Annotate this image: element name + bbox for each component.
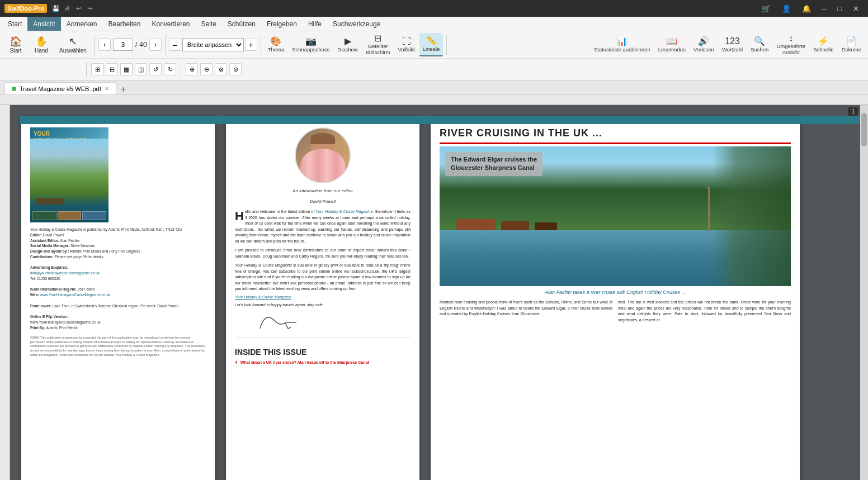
menu-freigeben[interactable]: Freigeben [261, 17, 303, 31]
snapshot-button[interactable]: 📷 Schnappschuss [289, 33, 333, 56]
cart-icon[interactable]: 🛒 [757, 4, 775, 13]
contrib-line: Contributors: Please see page 39 for det… [30, 254, 206, 260]
print-icon[interactable]: 🖨 [63, 4, 72, 13]
close-button[interactable]: ✕ [848, 4, 864, 13]
right-bank [713, 146, 791, 286]
add-tab-button[interactable]: + [119, 84, 128, 94]
start-button[interactable]: 🏠 Start [3, 32, 28, 57]
start-icon: 🏠 [10, 36, 22, 46]
menu-bearbeiten[interactable]: Bearbeiten [102, 17, 146, 31]
page-layout-4-button[interactable]: ◫ [135, 63, 147, 75]
ruler-button[interactable]: 📏 Lineale [419, 33, 444, 56]
user-icon[interactable]: 👤 [777, 4, 795, 13]
horizontal-ruler [0, 95, 868, 105]
signature-area [235, 312, 411, 334]
magazine-link-2[interactable]: Your Holiday & Cruise Magazine [235, 295, 291, 299]
inside-section: INSIDE THIS ISSUE 4 What about a UK rive… [235, 338, 411, 365]
hand-button[interactable]: ✋ Hand [29, 32, 54, 57]
credits-block: Your Holiday & Cruise Magazine is publis… [30, 227, 206, 357]
magazine-link-1[interactable]: Your Holiday & Cruise Magazine [316, 210, 373, 213]
page-layout-3-button[interactable]: ▦ [120, 63, 133, 75]
redo-icon[interactable]: ↪ [85, 4, 94, 13]
article-title: RIVER CRUISING IN THE UK ... [440, 127, 791, 144]
sign-off: Let's look forward to happy travels agai… [235, 302, 411, 308]
slideshow-button[interactable]: ▶ Diashow [334, 33, 361, 56]
editorial-page-content: An introduction from our editor David Po… [226, 116, 419, 480]
toolbar-separator-1 [95, 35, 95, 55]
pdf-tab[interactable]: Travel Magazine #5 WEB .pdf ✕ [4, 82, 116, 94]
page-layout-1-button[interactable]: ⊞ [91, 63, 103, 75]
theme-button[interactable]: 🎨 Thema [265, 33, 288, 56]
article-col-1: Mention river cruising and people think … [440, 300, 612, 323]
scroll-thumb[interactable] [861, 113, 867, 146]
page-separator: / [135, 41, 137, 49]
cover-thumbnails [32, 211, 106, 220]
readmode-button[interactable]: 📖 Lesemodus [655, 33, 689, 56]
menu-konvertieren[interactable]: Konvertieren [146, 17, 195, 31]
quick-button[interactable]: ⚡ Schnelle [810, 33, 837, 56]
menu-anmerken[interactable]: Anmerken [61, 17, 103, 31]
select-button[interactable]: ↖ Auswählen [55, 32, 91, 57]
rotate-cw-button[interactable]: ↺ [149, 63, 162, 75]
canal-post [708, 187, 710, 231]
page-layout-2-button[interactable]: ⊟ [106, 63, 118, 75]
pdf-viewport[interactable]: 1 YOUR HOLIDAY & CRUISE MAGAZINE [10, 105, 868, 480]
rotate-ccw-button[interactable]: ↻ [164, 63, 176, 75]
article-image: The Edward Elgar cruises the Gloucester … [440, 146, 791, 286]
print-line: Print By: Atlantic Print Media [30, 325, 206, 331]
boat-3 [535, 222, 557, 230]
minimize-button[interactable]: – [818, 4, 831, 13]
menu-hilfe[interactable]: Hilfe [303, 17, 327, 31]
doc-button[interactable]: 📄 Dokume [838, 33, 865, 56]
view-fit-2-button[interactable]: ⊖ [200, 63, 213, 75]
main-area: 1 YOUR HOLIDAY & CRUISE MAGAZINE [0, 105, 868, 480]
rotate-view-button[interactable]: ↕ UmgekehrteAnsicht [773, 33, 809, 56]
speak-button[interactable]: 🔊 Vorlesen [690, 33, 718, 56]
front-cover-line: Front cover: Lake Thun, in Switzerland's… [30, 303, 206, 309]
menu-start[interactable]: Start [2, 17, 27, 31]
editorial-body-2: I am pleased to introduce three new cont… [235, 248, 411, 259]
undo-icon[interactable]: ↩ [74, 4, 83, 13]
tab-status-dot [12, 87, 16, 91]
app-logo: SwifDoo-Pro [4, 4, 47, 13]
article-body: Mention river cruising and people think … [440, 300, 791, 323]
thumb-3 [82, 211, 106, 220]
boat-1 [456, 219, 496, 230]
view-fit-3-button[interactable]: ⊗ [215, 63, 227, 75]
scroll-indicator[interactable] [860, 105, 868, 480]
wordcount-button[interactable]: 123 Wortzahl [719, 33, 746, 56]
status-icon: 📊 [616, 37, 628, 46]
cursor-icon: ↖ [69, 36, 77, 46]
menu-suchwerkzeuge[interactable]: Suchwerkzeuge [327, 17, 386, 31]
zoom-select[interactable]: Breite anpassen [182, 38, 244, 51]
view-fit-1-button[interactable]: ⊕ [186, 63, 198, 75]
page-number-input[interactable] [113, 39, 133, 51]
title-bar: SwifDoo-Pro 💾 🖨 ↩ ↪ 🛒 👤 🔔 – □ ✕ [0, 0, 868, 17]
maximize-button[interactable]: □ [833, 4, 846, 13]
inside-item-4: 4 What about a UK river cruise? Alan hea… [235, 360, 411, 365]
split-icon: ⊟ [374, 34, 381, 43]
toolbar: 🏠 Start ✋ Hand ↖ Auswählen ‹ / 40 › – Br… [0, 31, 868, 80]
menu-bar: Start Ansicht Anmerken Bearbeiten Konver… [0, 17, 868, 31]
quick-icon: ⚡ [818, 37, 829, 46]
tab-close-icon[interactable]: ✕ [105, 85, 109, 92]
next-page-button[interactable]: › [149, 39, 162, 51]
bell-icon[interactable]: 🔔 [798, 4, 815, 13]
search-button[interactable]: 🔍 Suchen [747, 33, 772, 56]
slideshow-icon: ▶ [345, 37, 351, 46]
fullscreen-button[interactable]: ⛶ Vollbild [395, 33, 418, 56]
menu-seite[interactable]: Seite [196, 17, 222, 31]
status-button[interactable]: 📊 Statusleiste ausblenden [591, 33, 654, 56]
ad-tel: Tel: 01233 660220 [30, 276, 206, 282]
menu-ansicht[interactable]: Ansicht [27, 17, 60, 31]
prev-page-button[interactable]: ‹ [98, 39, 111, 51]
toolbar-row2: ⊞ ⊟ ▦ ◫ ↺ ↻ ⊕ ⊖ ⊗ ⊘ [0, 59, 868, 80]
zoom-out-button[interactable]: – [169, 39, 181, 51]
zoom-in-button[interactable]: + [245, 39, 257, 51]
save-icon[interactable]: 💾 [51, 4, 60, 13]
drop-cap-H: H [235, 210, 244, 222]
view-fit-4-button[interactable]: ⊘ [229, 63, 242, 75]
split-button[interactable]: ⊟ GeteilterBildschirm [362, 33, 394, 56]
menu-schutzen[interactable]: Schützen [222, 17, 261, 31]
intro-line2: David Powell [235, 198, 411, 205]
